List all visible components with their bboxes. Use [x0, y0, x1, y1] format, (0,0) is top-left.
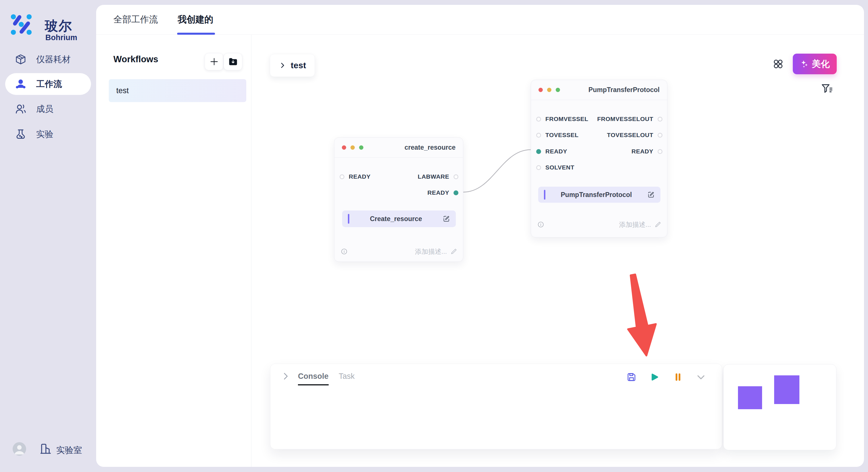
input-port-ready[interactable]: READY [536, 147, 567, 156]
output-port-ready[interactable]: READY [631, 147, 662, 156]
folder-download-icon [228, 57, 238, 66]
node-action-pill[interactable]: Create_resource [342, 210, 456, 227]
workflow-item-name: test [116, 86, 129, 95]
node-footer: 添加描述... [341, 247, 457, 256]
port-handle[interactable] [536, 133, 541, 138]
port-handle[interactable] [658, 117, 662, 122]
layout-command-button[interactable] [772, 58, 784, 70]
minimap[interactable] [723, 364, 836, 450]
add-description[interactable]: 添加描述... [619, 220, 661, 229]
edit-icon[interactable] [647, 191, 655, 198]
brand-logo: 玻尔 Bohrium [8, 8, 94, 36]
task-tab[interactable]: Task [339, 372, 355, 381]
import-workflow-button[interactable] [224, 53, 242, 70]
traffic-dots [538, 88, 560, 92]
filter-button[interactable] [820, 82, 833, 95]
run-button[interactable] [649, 372, 660, 382]
edit-icon[interactable] [443, 215, 450, 223]
node-footer: 添加描述... [537, 220, 661, 229]
sidebar-item-instruments[interactable]: 仪器耗材 [0, 50, 96, 68]
node-title: PumpTransferProtocol [588, 86, 660, 94]
port-handle[interactable] [536, 117, 541, 122]
breadcrumb-label: test [291, 61, 306, 70]
tab-my-created[interactable]: 我创建的 [178, 13, 213, 26]
port-handle-connected[interactable] [454, 191, 458, 195]
port-handle[interactable] [658, 149, 662, 154]
lab-switcher[interactable]: 实验室 [56, 444, 82, 456]
command-icon [772, 58, 784, 70]
port-handle[interactable] [658, 133, 662, 138]
input-port-solvent[interactable]: SOLVENT [536, 163, 575, 172]
pill-label: PumpTransferProtocol [546, 191, 647, 199]
port-handle[interactable] [340, 174, 344, 179]
info-icon[interactable] [537, 221, 544, 228]
building-icon [40, 443, 52, 455]
sidebar-item-workflow[interactable]: 工作流 [0, 75, 96, 93]
beautify-button[interactable]: 美化 [793, 54, 837, 74]
node-action-pill[interactable]: PumpTransferProtocol [538, 187, 660, 203]
input-port-fromvessel[interactable]: FROMVESSEL [536, 115, 588, 123]
workflow-tabbar: 全部工作流 我创建的 [96, 5, 864, 35]
brand-name-zh: 玻尔 [45, 17, 72, 35]
sidebar-item-experiments[interactable]: 实验 [0, 125, 96, 143]
minimap-node-pump-transfer [774, 375, 799, 404]
sidebar-item-label: 成员 [36, 103, 53, 115]
traffic-dot-green [556, 88, 560, 92]
traffic-dot-yellow [547, 88, 551, 92]
content-card: 全部工作流 我创建的 Workflows test test [96, 5, 864, 467]
console-panel: Console Task [270, 364, 722, 449]
node-header: PumpTransferProtocol [531, 80, 667, 100]
node-header: create_resource [334, 138, 463, 158]
port-handle-connected[interactable] [536, 149, 541, 154]
sidebar-item-members[interactable]: 成员 [0, 100, 96, 118]
sidebar-item-label: 实验 [36, 129, 53, 140]
node-title: create_resource [404, 144, 456, 151]
bohrium-logo-icon [8, 9, 34, 36]
pause-button[interactable] [673, 372, 683, 382]
traffic-dot-red [342, 145, 346, 150]
breadcrumb[interactable]: test [270, 54, 315, 77]
app-root: { "sidebar": { "brand": { "zh": "玻尔", "e… [0, 0, 868, 472]
output-port-labware[interactable]: LABWARE [417, 172, 458, 181]
console-tab[interactable]: Console [298, 372, 329, 385]
input-port-ready[interactable]: READY [340, 172, 371, 181]
output-port-fromvesselout[interactable]: FROMVESSELOUT [597, 115, 662, 123]
workflow-list-item-test[interactable]: test [109, 79, 246, 102]
output-port-tovesselout[interactable]: TOVESSELOUT [607, 131, 662, 139]
port-handle[interactable] [536, 165, 541, 170]
traffic-dot-yellow [350, 145, 355, 150]
traffic-dot-red [538, 88, 543, 92]
people-icon [15, 78, 26, 90]
sidebar-item-label: 工作流 [36, 78, 62, 90]
info-icon[interactable] [341, 248, 348, 255]
pencil-icon [451, 248, 457, 255]
flow-node-pump-transfer-protocol[interactable]: PumpTransferProtocol FROMVESSEL TOVESSEL… [531, 80, 668, 237]
port-handle[interactable] [454, 174, 458, 179]
add-workflow-button[interactable] [205, 53, 223, 70]
panel-divider [251, 35, 251, 467]
tab-all-workflows[interactable]: 全部工作流 [113, 13, 158, 26]
add-description[interactable]: 添加描述... [415, 247, 457, 256]
package-icon [15, 54, 26, 65]
minimap-node-create-resource [738, 386, 762, 409]
chevron-right-icon [279, 62, 286, 69]
pill-label: Create_resource [349, 215, 443, 223]
flow-node-create-resource[interactable]: create_resource READY LABWARE READY Crea… [334, 137, 463, 262]
traffic-dot-green [359, 145, 363, 150]
input-port-tovessel[interactable]: TOVESSEL [536, 131, 579, 139]
sidebar-item-label: 仪器耗材 [36, 54, 71, 65]
flask-icon [15, 129, 26, 140]
sparkles-icon [800, 60, 809, 68]
chevron-down-icon[interactable] [696, 372, 706, 382]
avatar[interactable] [12, 442, 26, 456]
workflows-panel-title: Workflows [113, 54, 158, 65]
plus-icon [209, 57, 219, 67]
save-button[interactable] [626, 372, 637, 382]
active-tab-underline [177, 33, 215, 35]
filter-icon [820, 82, 833, 95]
sidebar: 玻尔 Bohrium 仪器耗材 工作流 [0, 0, 96, 472]
console-collapse-chevron-icon[interactable] [281, 371, 290, 381]
output-port-ready[interactable]: READY [427, 189, 458, 197]
person-icon [12, 442, 26, 456]
beautify-label: 美化 [812, 58, 830, 70]
